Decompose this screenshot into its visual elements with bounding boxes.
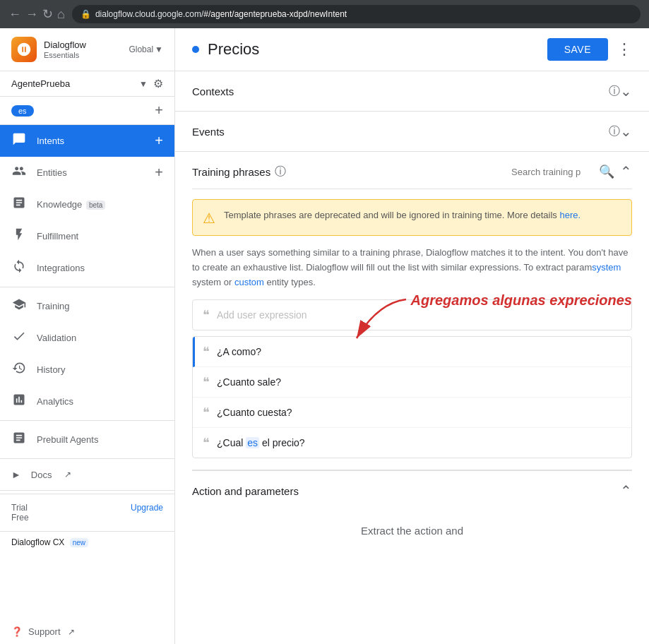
support-external-icon: ↗ [68,627,75,637]
annotation-text: Agregamos algunas expreciones [411,292,632,309]
external-link-icon: ↗ [64,470,71,479]
search-training-input[interactable] [511,167,596,177]
brand-text: Dialogflow Essentials [44,40,86,60]
main-content: Precios SAVE ⋮ Contexts ⓘ ⌄ Events ⓘ ⌄ T… [175,28,649,644]
fulfillment-icon [11,227,27,245]
global-selector[interactable]: Global ▼ [129,44,163,54]
expression-row-2[interactable]: ❝ ¿Cuanto cuesta? [193,398,631,428]
expression-row-0[interactable]: ❝ ¿A como? [193,337,631,367]
address-text: dialogflow.cloud.google.com/#/agent/agen… [95,9,347,19]
cx-label: Dialogflow CX [11,537,64,547]
add-lang-icon[interactable]: + [155,102,163,119]
address-bar[interactable]: 🔒 dialogflow.cloud.google.com/#/agent/ag… [72,5,641,23]
highlighted-word: es [246,437,259,448]
annotation-container: Agregamos algunas expreciones ❝ Add user… [192,299,632,330]
sidebar-item-entities[interactable]: Entities + [0,157,174,189]
sidebar-item-docs[interactable]: ► Docs ↗ [0,462,174,487]
expression-row-3[interactable]: ❝ ¿Cual es el precio? [193,428,631,458]
trial-section: Trial Upgrade Free [0,494,174,531]
sidebar-item-prebuilt[interactable]: Prebuilt Agents [0,424,174,455]
validation-icon [11,329,27,347]
sidebar-item-fulfillment[interactable]: Fulfillment [0,220,174,252]
support-icon: ❓ [11,626,23,637]
training-help-icon[interactable]: ⓘ [275,165,286,179]
prebuilt-icon [11,431,27,448]
system-link[interactable]: system [592,262,621,273]
sidebar-item-history[interactable]: History [0,354,174,386]
add-entity-icon[interactable]: + [155,165,163,181]
intent-header: Precios SAVE ⋮ [175,28,649,71]
home-icon[interactable]: ⌂ [57,8,65,20]
action-collapse-icon[interactable]: ⌃ [620,482,632,499]
expressions-container: ❝ ¿A como? ❝ ¿Cuanto sale? ❝ ¿Cuanto cue… [192,336,632,458]
events-chevron-icon: ⌄ [620,123,632,140]
upgrade-link[interactable]: Upgrade [131,503,163,513]
support-label: Support [28,626,61,637]
docs-label: Docs [31,470,52,480]
sidebar-item-training[interactable]: Training [0,290,174,322]
events-help-icon[interactable]: ⓘ [609,124,620,139]
sidebar: Dialogflow Essentials Global ▼ AgentePru… [0,28,175,644]
quote-icon: ❝ [203,307,210,323]
cx-section: Dialogflow CX new [0,531,174,553]
knowledge-icon [11,196,27,213]
expr-text-after: el precio? [259,437,305,448]
agent-dropdown-icon[interactable]: ▼ [139,79,148,89]
sidebar-item-knowledge[interactable]: Knowledge beta [0,189,174,220]
training-collapse-icon[interactable]: ⌃ [620,163,632,180]
trial-label: Trial [11,503,28,513]
warning-icon: ⚠ [203,210,215,227]
expr-text-before: ¿Cual [217,437,246,448]
trial-sub: Free [11,513,29,523]
contexts-help-icon[interactable]: ⓘ [609,84,620,99]
sidebar-item-intents[interactable]: Intents + [0,125,174,157]
save-button[interactable]: SAVE [547,38,608,61]
history-icon [11,361,27,378]
sidebar-item-validation[interactable]: Validation [0,322,174,354]
search-training-container: 🔍 [511,164,614,179]
analytics-icon [11,393,27,410]
lang-row: es + [0,97,174,125]
info-text: When a user says something similar to a … [192,246,632,290]
sidebar-item-analytics[interactable]: Analytics [0,386,174,417]
contexts-section[interactable]: Contexts ⓘ ⌄ [175,71,649,112]
entities-icon [11,164,27,181]
browser-bar: ← → ↻ ⌂ 🔒 dialogflow.cloud.google.com/#/… [0,0,649,28]
quote-icon-2: ❝ [203,405,210,420]
add-intent-icon[interactable]: + [155,133,163,149]
training-phrases-section: Training phrases ⓘ 🔍 ⌃ ⚠ Template phrase… [175,152,649,470]
events-section[interactable]: Events ⓘ ⌄ [175,112,649,152]
warning-link[interactable]: here. [559,210,580,220]
expand-icon: ► [11,469,21,480]
agent-row: AgentePrueba ▼ ⚙ [0,71,174,97]
action-content: Extract the action and [192,511,632,551]
intents-icon [11,132,27,150]
reload-icon[interactable]: ↻ [42,8,53,20]
quote-icon-1: ❝ [203,374,210,390]
intent-status-dot [192,46,199,53]
training-header: Training phrases ⓘ 🔍 ⌃ [192,152,632,189]
search-icon[interactable]: 🔍 [599,164,614,179]
settings-icon[interactable]: ⚙ [153,77,163,90]
action-header[interactable]: Action and parameters ⌃ [192,470,632,511]
sidebar-header: Dialogflow Essentials Global ▼ [0,28,174,71]
warning-text: Template phrases are deprecated and will… [224,208,580,222]
quote-icon-3: ❝ [203,435,210,451]
warning-box: ⚠ Template phrases are deprecated and wi… [192,199,632,236]
sidebar-item-support[interactable]: ❓ Support ↗ [0,619,174,644]
dropdown-icon: ▼ [155,44,163,54]
browser-nav: ← → ↻ ⌂ [8,8,65,20]
intent-title: Precios [208,40,539,59]
sidebar-item-integrations[interactable]: Integrations [0,252,174,284]
contexts-chevron-icon: ⌄ [620,83,632,100]
forward-icon[interactable]: → [25,8,38,20]
training-icon [11,297,27,315]
more-options-icon[interactable]: ⋮ [617,40,632,59]
integrations-icon [11,259,27,277]
expression-row-1[interactable]: ❝ ¿Cuanto sale? [193,367,631,398]
action-section: Action and parameters ⌃ Extract the acti… [175,470,649,551]
custom-link[interactable]: custom [234,277,264,287]
lock-icon: 🔒 [81,9,91,19]
back-icon[interactable]: ← [8,8,21,20]
dialogflow-logo [11,37,37,62]
